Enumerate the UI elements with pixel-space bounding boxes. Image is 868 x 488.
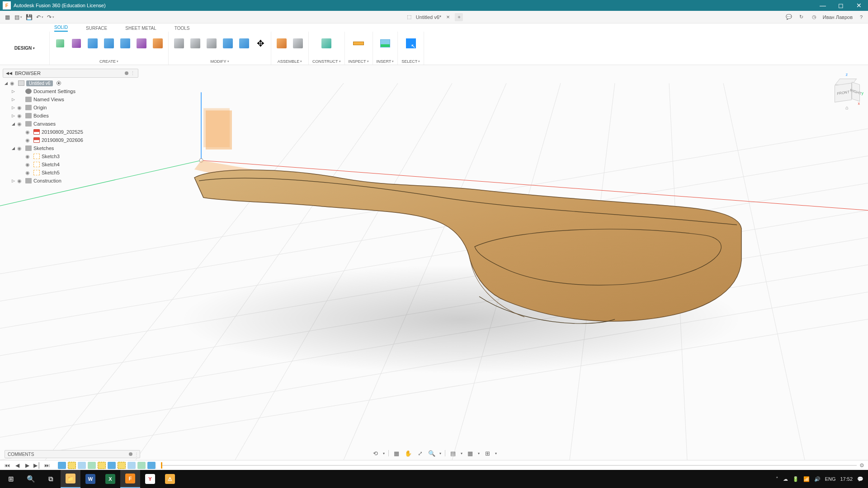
extensions-icon[interactable]: 💬 [785,13,793,21]
assemble-menu-label[interactable]: ASSEMBLE [278,59,302,64]
tab-tools[interactable]: TOOLS [175,25,190,32]
clock-icon[interactable]: ◷ [810,13,818,21]
undo-button[interactable]: ↶ [35,13,44,22]
tree-item-construction[interactable]: ▷◉Construction [3,177,138,185]
timeline-next-button[interactable]: ▶│ [33,462,41,469]
tree-root[interactable]: ◢◉ Untitled v6 [3,79,138,87]
timeline-play-button[interactable]: ▶ [24,462,31,469]
timeline-feature[interactable] [58,462,66,469]
pan-button[interactable]: ✋ [404,449,412,457]
close-tab-button[interactable]: × [444,13,452,21]
start-button[interactable]: ⊞ [1,470,21,488]
joint-tool[interactable] [291,37,305,50]
tray-language[interactable]: ENG [825,476,836,482]
sweep-tool[interactable] [118,37,132,50]
select-tool[interactable] [404,37,418,50]
tray-notifications-icon[interactable]: 💬 [857,476,863,482]
tree-item-sketches[interactable]: ◢◉Sketches [3,144,138,152]
redo-button[interactable]: ↷ [46,13,55,22]
tab-solid[interactable]: SOLID [54,24,68,32]
maximize-button[interactable]: ◻ [832,0,850,11]
select-menu-label[interactable]: SELECT [401,59,420,64]
workspace-selector[interactable]: DESIGN▾ [0,32,50,65]
minimize-button[interactable]: — [814,0,832,11]
home-view-icon[interactable]: ⌂ [835,105,859,110]
tree-item-sketch-3[interactable]: ◉Sketch3 [3,152,138,160]
tray-cloud-icon[interactable]: ☁ [783,476,788,482]
user-name[interactable]: Иван Лавров [823,14,853,20]
modify-menu-label[interactable]: MODIFY [211,59,229,64]
tree-item-bodies[interactable]: ▷◉Bodies [3,112,138,120]
taskbar-app-excel[interactable]: X [100,470,120,488]
timeline-feature[interactable] [147,462,156,469]
revolve-tool[interactable] [102,37,116,50]
timeline-feature[interactable] [137,462,146,469]
new-tab-button[interactable]: ＋ [455,13,463,21]
3d-viewport[interactable]: ◀◀ BROWSER ⋮ ◢◉ Untitled v6 ▷Document Se… [0,65,868,460]
taskbar-app-explorer[interactable]: 📁 [61,470,80,488]
tree-item-sketch-5[interactable]: ◉Sketch5 [3,169,138,177]
zoom-button[interactable]: ⤢ [416,449,424,457]
timeline-feature[interactable] [118,462,126,469]
fillet-tool[interactable] [189,37,202,50]
measure-tool[interactable] [352,37,365,50]
tree-item-sketch-4[interactable]: ◉Sketch4 [3,160,138,169]
combine-tool[interactable] [237,37,251,50]
look-at-button[interactable]: ▦ [392,449,401,457]
tab-sheet-metal[interactable]: SHEET METAL [125,25,156,32]
insert-menu-label[interactable]: INSERT [377,59,394,64]
timeline-feature[interactable] [98,462,106,469]
timeline-feature[interactable] [68,462,76,469]
tree-item-canvas-1[interactable]: ◉20190809_202525 [3,128,138,136]
inspect-menu-label[interactable]: INSPECT [349,59,369,64]
extrude-tool[interactable] [86,37,99,50]
viewport-layout-button[interactable]: ⊞ [483,449,491,457]
browser-options-icon[interactable] [125,71,128,75]
tray-battery-icon[interactable]: 🔋 [793,476,799,482]
save-button[interactable]: 💾 [24,13,33,22]
tree-item-document-settings[interactable]: ▷Document Settings [3,87,138,95]
timeline-feature[interactable] [78,462,86,469]
timeline-settings-icon[interactable]: ⚙ [859,462,864,469]
create-menu-label[interactable]: CREATE [99,59,118,64]
browser-header[interactable]: ◀◀ BROWSER ⋮ [3,69,138,78]
orbit-button[interactable]: ⟲ [371,449,379,457]
timeline-start-button[interactable]: ⏮ [4,462,11,469]
tray-chevron-icon[interactable]: ˄ [776,476,778,482]
timeline-end-button[interactable]: ⏭ [43,462,51,469]
tab-surface[interactable]: SURFACE [86,25,107,32]
comments-options-icon[interactable] [129,452,132,456]
taskbar-app-notify[interactable]: ⚠ [160,470,180,488]
app-menu-button[interactable]: ▦ [3,13,12,22]
create-form-tool[interactable] [70,37,83,50]
taskbar-app-word[interactable]: W [80,470,100,488]
close-button[interactable]: ✕ [850,0,868,11]
insert-image-tool[interactable] [378,37,392,50]
tree-item-named-views[interactable]: ▷Named Views [3,95,138,103]
collapse-icon[interactable]: ◀◀ [6,71,12,75]
taskbar-app-fusion[interactable]: F [120,470,140,488]
resize-grip-icon[interactable]: ⋮ [134,452,137,457]
fit-button[interactable]: 🔍 [428,449,436,457]
resize-grip-icon[interactable]: ⋮ [130,70,135,76]
viewcube-right[interactable]: RIGHT [852,82,860,102]
file-menu[interactable]: ▤ [14,13,23,22]
timeline-prev-button[interactable]: ◀ [14,462,21,469]
construct-plane-tool[interactable] [320,37,333,50]
viewcube-front[interactable]: FRONT [835,83,852,102]
timeline-feature[interactable] [108,462,116,469]
viewcube[interactable]: z FRONT RIGHT y x ⌂ [835,72,859,110]
grid-settings-button[interactable]: ▦ [466,449,474,457]
move-tool[interactable]: ✥ [254,37,267,50]
tray-volume-icon[interactable]: 🔊 [814,476,821,482]
activate-radio-icon[interactable] [57,81,61,85]
new-component-tool[interactable] [275,37,288,50]
tree-item-origin[interactable]: ▷◉Origin [3,103,138,112]
press-pull-tool[interactable] [172,37,186,50]
loft-tool[interactable] [151,37,165,50]
task-view-button[interactable]: ⧉ [41,470,61,488]
timeline-track[interactable] [161,465,857,466]
help-icon[interactable]: ? [857,13,865,21]
tray-network-icon[interactable]: 📶 [803,476,810,482]
new-sketch-tool[interactable] [53,37,67,50]
